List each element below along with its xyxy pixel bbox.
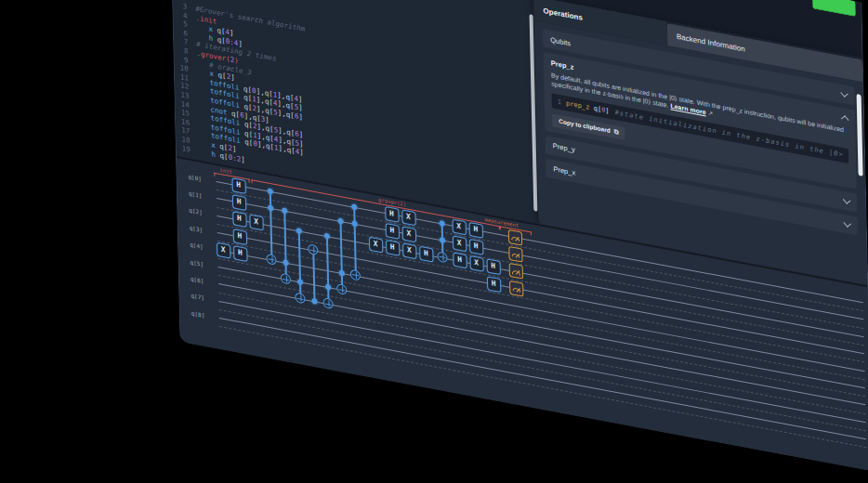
measurement-gate[interactable] bbox=[508, 246, 522, 263]
clipboard-icon: ⧉ bbox=[614, 127, 619, 136]
control-dot[interactable] bbox=[351, 203, 357, 210]
gate-h[interactable]: H bbox=[469, 239, 483, 255]
qubit-label: q[3] bbox=[190, 224, 204, 233]
gate-h[interactable]: H bbox=[233, 245, 247, 262]
gate-h[interactable]: H bbox=[486, 259, 500, 276]
target-icon[interactable] bbox=[281, 273, 291, 285]
measurement-gate[interactable] bbox=[509, 280, 523, 296]
external-link-icon: ↗ bbox=[708, 110, 714, 117]
quantum-ide-window: 3#Grover's search algorithm4.init5 x q[4… bbox=[169, 0, 868, 471]
prep-z-title: Prep_z bbox=[551, 59, 574, 72]
control-dot[interactable] bbox=[440, 220, 445, 227]
measurement-gate[interactable] bbox=[508, 263, 522, 280]
chevron-up-icon bbox=[841, 115, 849, 123]
target-icon[interactable] bbox=[295, 293, 305, 305]
gate-x[interactable]: X bbox=[469, 255, 483, 272]
target-icon[interactable] bbox=[322, 297, 333, 309]
line-number: 19 bbox=[177, 143, 191, 154]
target-icon[interactable] bbox=[308, 243, 318, 255]
control-dot[interactable] bbox=[268, 188, 273, 194]
gate-h[interactable]: H bbox=[232, 228, 246, 245]
gate-x[interactable]: X bbox=[452, 235, 466, 252]
run-button[interactable] bbox=[812, 0, 856, 17]
control-dot[interactable] bbox=[296, 228, 302, 234]
gate-h[interactable]: H bbox=[386, 240, 400, 256]
chevron-down-icon bbox=[840, 89, 848, 97]
qubit-label: q[0] bbox=[188, 173, 202, 182]
control-dot[interactable] bbox=[297, 279, 303, 285]
control-dot[interactable] bbox=[283, 259, 288, 266]
chevron-down-icon bbox=[843, 219, 851, 227]
control-dot[interactable] bbox=[268, 205, 273, 212]
gate-h[interactable]: H bbox=[419, 246, 433, 263]
gate-h[interactable]: H bbox=[453, 253, 467, 269]
qubit-label: q[4] bbox=[190, 241, 204, 250]
prep-x-title: Prep_x bbox=[553, 164, 575, 176]
control-dot[interactable] bbox=[440, 237, 445, 243]
qubit-label: q[8] bbox=[191, 309, 205, 319]
control-dot[interactable] bbox=[325, 284, 331, 291]
qubit-label: q[5] bbox=[190, 258, 204, 268]
qubit-label: q[6] bbox=[191, 275, 204, 284]
control-dot[interactable] bbox=[337, 218, 343, 225]
control-dot[interactable] bbox=[352, 221, 358, 228]
target-icon[interactable] bbox=[336, 283, 347, 295]
target-icon[interactable] bbox=[437, 251, 447, 263]
control-dot[interactable] bbox=[339, 269, 345, 276]
qubit-label: q[2] bbox=[189, 207, 203, 216]
gate-x[interactable]: X bbox=[402, 243, 416, 260]
target-icon[interactable] bbox=[266, 253, 276, 265]
target-icon[interactable] bbox=[350, 268, 361, 281]
chevron-down-icon bbox=[843, 196, 851, 203]
gate-x[interactable]: X bbox=[401, 226, 415, 242]
gate-h[interactable]: H bbox=[232, 211, 246, 228]
prep-y-title: Prep_y bbox=[553, 141, 575, 153]
control-dot[interactable] bbox=[324, 232, 330, 239]
gate-h[interactable]: H bbox=[486, 276, 500, 293]
control-dot[interactable] bbox=[311, 298, 317, 305]
qubit-label: q[7] bbox=[191, 293, 204, 302]
qubits-label: Qubits bbox=[550, 35, 571, 47]
gate-h[interactable]: H bbox=[385, 223, 399, 240]
gate-x[interactable]: X bbox=[249, 215, 263, 231]
qubit-label: q[1] bbox=[189, 189, 203, 199]
gate-x[interactable]: X bbox=[217, 242, 230, 259]
gate-x[interactable]: X bbox=[368, 237, 382, 254]
desktop-background: 3#Grover's search algorithm4.init5 x q[4… bbox=[0, 0, 868, 483]
gate-h[interactable]: H bbox=[231, 194, 245, 211]
control-dot[interactable] bbox=[282, 208, 287, 215]
